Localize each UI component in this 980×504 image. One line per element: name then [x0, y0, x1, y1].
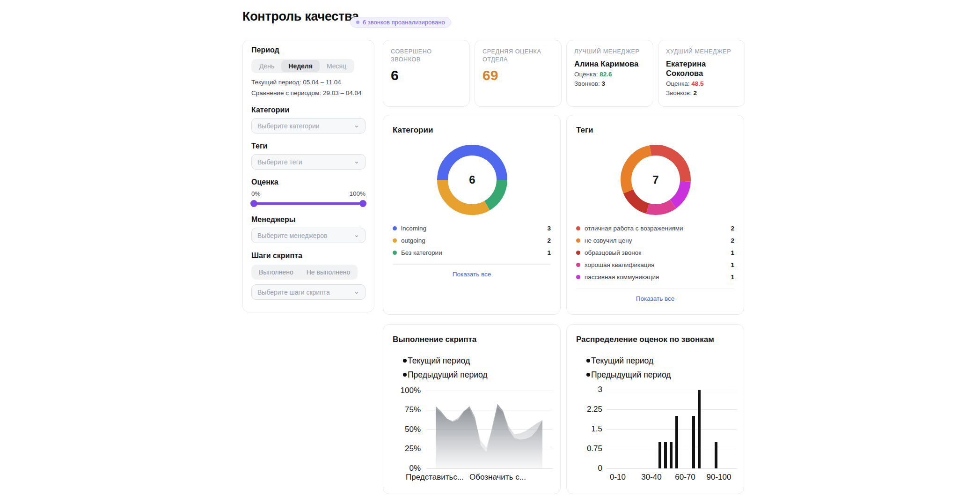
legend-bullet-icon — [403, 373, 407, 377]
score-range-labels: 0% 100% — [251, 190, 366, 197]
legend-label: incoming — [401, 225, 543, 232]
legend-bullet-icon — [403, 359, 407, 363]
script-steps-toggle: Выполнено Не выполнено — [251, 265, 358, 280]
score-distribution-chart-card: Распределение оценок по звонкам Текущий … — [566, 324, 744, 494]
score-label: Оценка: — [574, 71, 598, 78]
worst-manager-score: Оценка: 48.5 — [666, 80, 737, 87]
stat-card-best-manager: ЛУЧШИЙ МЕНЕДЖЕР Алина Каримова Оценка: 8… — [566, 40, 653, 107]
tags-placeholder: Выберите теги — [257, 158, 353, 166]
tags-select[interactable]: Выберите теги ⌄ — [251, 154, 366, 170]
legend-row: хорошая квалификация 1 — [576, 259, 734, 271]
legend-row: incoming 3 — [393, 222, 551, 234]
slider-track[interactable] — [251, 202, 366, 205]
categories-legend: incoming 3 outgoing 2 Без категории 1 По… — [393, 222, 551, 278]
bar — [692, 416, 695, 468]
legend-label: образцовый звонок — [585, 249, 726, 256]
legend-label: хорошая квалификация — [585, 261, 726, 268]
legend-row: Предыдущий период — [403, 368, 488, 382]
stat-label: ХУДШИЙ МЕНЕДЖЕР — [666, 48, 737, 56]
slider-handle-max[interactable] — [359, 200, 366, 207]
best-manager-calls: Звонков: 3 — [574, 80, 645, 87]
score-heading: Оценка — [251, 178, 366, 186]
card-title: Выполнение скрипта — [393, 335, 476, 344]
legend-label: пассивная коммуникация — [585, 274, 726, 281]
card-title: Теги — [576, 126, 593, 135]
x-axis-label: Представитьс... — [406, 473, 464, 482]
stat-card-avg-score: СРЕДНЯЯ ОЦЕНКА ОТДЕЛА 69 — [475, 40, 562, 107]
best-manager-score: Оценка: 82.6 — [574, 71, 645, 78]
divider — [576, 289, 734, 289]
legend-value: 2 — [731, 237, 734, 244]
chevron-down-icon: ⌄ — [353, 232, 359, 237]
legend-value: 1 — [547, 249, 551, 256]
y-axis-label: 100% — [385, 386, 421, 395]
script-steps-done-button[interactable]: Выполнено — [252, 266, 300, 279]
bar — [698, 390, 701, 468]
stat-label: ЛУЧШИЙ МЕНЕДЖЕР — [574, 48, 645, 56]
show-all-link[interactable]: Показать все — [576, 295, 734, 302]
legend-label: Без категории — [401, 249, 543, 256]
legend-value: 2 — [547, 237, 551, 244]
legend-row: outgoing 2 — [393, 234, 551, 246]
legend-dot-icon — [393, 251, 397, 255]
bar — [715, 442, 717, 468]
donut-total: 6 — [435, 142, 510, 217]
stat-label: СОВЕРШЕНО ЗВОНКОВ — [391, 48, 462, 64]
managers-select[interactable]: Выберите менеджеров ⌄ — [251, 228, 366, 243]
script-steps-heading: Шаги скрипта — [251, 252, 366, 260]
filters-panel: Период День Неделя Месяц Текущий период:… — [242, 40, 374, 312]
legend-dot-icon — [393, 238, 397, 243]
worst-manager-calls: Звонков: 2 — [666, 89, 737, 96]
y-axis-label: 50% — [385, 425, 421, 434]
slider-handle-min[interactable] — [250, 200, 257, 207]
stat-value-avg-score: 69 — [483, 67, 554, 83]
gridline — [426, 468, 553, 469]
score-range-slider[interactable] — [251, 200, 366, 207]
legend-row: Текущий период — [403, 354, 488, 368]
tags-chart-card: Теги 7 отличная работа с возражениями 2 … — [566, 115, 744, 315]
score-label: Оценка: — [666, 80, 690, 87]
x-axis-label: 60-70 — [669, 473, 702, 482]
x-axis-label: Обозначить с... — [469, 473, 526, 482]
stat-card-worst-manager: ХУДШИЙ МЕНЕДЖЕР Екатерина Соколова Оценк… — [658, 40, 745, 107]
script-steps-placeholder: Выберите шаги скрипта — [257, 289, 353, 296]
bar — [670, 442, 673, 468]
legend-row: пассивная коммуникация 1 — [576, 271, 734, 283]
page-title: Контроль качества — [242, 9, 359, 24]
script-steps-not-done-button[interactable]: Не выполнено — [300, 266, 357, 279]
worst-manager-name: Екатерина Соколова — [666, 59, 727, 78]
donut-total: 7 — [618, 142, 693, 217]
best-manager-name: Алина Каримова — [574, 59, 645, 68]
tags-legend: отличная работа с возражениями 2 не озву… — [576, 222, 734, 302]
badge-dot-icon — [356, 21, 359, 24]
legend-dot-icon — [576, 226, 580, 230]
legend-label: не озвучил цену — [585, 237, 726, 244]
legend-row: Без категории 1 — [393, 246, 551, 259]
categories-select[interactable]: Выберите категории ⌄ — [251, 118, 366, 133]
period-option-week[interactable]: Неделя — [281, 60, 320, 72]
x-axis-label: 30-40 — [635, 473, 668, 482]
comparison-period-text: Сравнение с периодом: 29.03 – 04.04 — [251, 89, 366, 97]
legend-label: Предыдущий период — [408, 370, 488, 380]
show-all-link[interactable]: Показать все — [393, 271, 551, 278]
period-option-day[interactable]: День — [252, 60, 281, 72]
categories-chart-card: Категории 6 incoming 3 outgoing 2 Без ка… — [383, 115, 561, 315]
legend-dot-icon — [576, 238, 580, 243]
period-heading: Период — [251, 46, 366, 54]
badge-text: 6 звонков проанализировано — [363, 19, 445, 26]
calls-label: Звонков: — [574, 80, 600, 87]
legend-dot-icon — [576, 263, 580, 267]
period-option-month[interactable]: Месяц — [320, 60, 353, 72]
managers-placeholder: Выберите менеджеров — [257, 232, 353, 239]
categories-placeholder: Выберите категории — [257, 122, 353, 130]
legend-value: 3 — [547, 225, 551, 232]
legend-dot-icon — [576, 275, 580, 279]
script-steps-select[interactable]: Выберите шаги скрипта ⌄ — [251, 284, 366, 300]
bar-chart — [567, 325, 745, 495]
chevron-down-icon: ⌄ — [353, 159, 359, 163]
score-max-label: 100% — [349, 190, 366, 197]
stat-value-calls: 6 — [391, 67, 462, 83]
legend-value: 1 — [731, 274, 734, 281]
period-segmented-control: День Неделя Месяц — [251, 59, 354, 73]
legend-value: 2 — [731, 225, 734, 232]
